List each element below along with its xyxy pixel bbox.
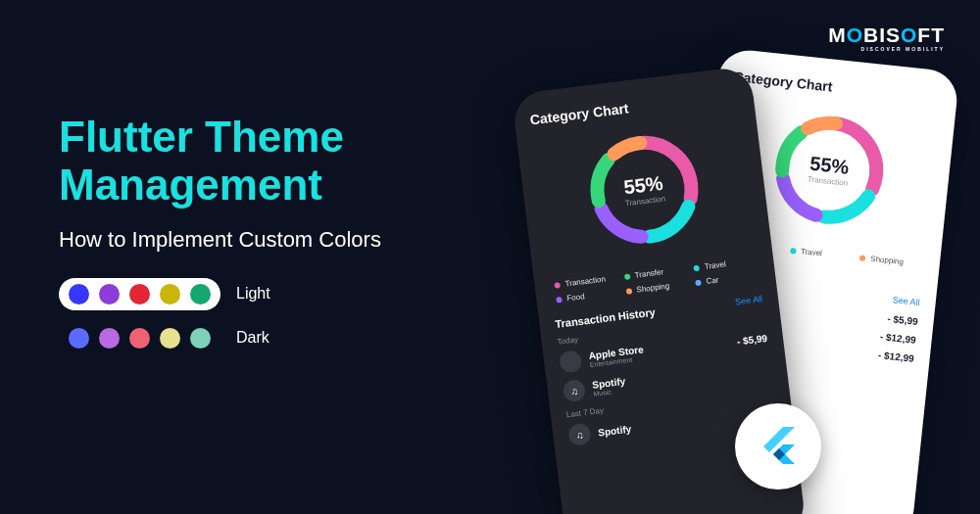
dark-palette-row: Dark (59, 322, 490, 354)
color-swatch (99, 328, 120, 349)
hero-content: Flutter Theme Management How to Implemen… (59, 113, 490, 366)
see-all-dark[interactable]: See All (735, 294, 763, 306)
legend-item: Transfer (623, 265, 680, 281)
transaction-amount: - $5,99 (736, 332, 767, 347)
brand-tagline: DISCOVER MOBILITY (828, 46, 945, 52)
color-swatch (69, 284, 89, 304)
legend-item: Shopping (859, 254, 916, 268)
legend-dot (623, 273, 630, 280)
light-palette-pill (59, 278, 220, 310)
legend-dot (859, 255, 866, 261)
legend-label: Car (706, 275, 719, 286)
legend-dot (695, 279, 702, 286)
color-swatch (99, 284, 120, 304)
color-swatch (129, 284, 150, 304)
legend-label: Shopping (636, 282, 670, 295)
legend-label: Transaction (564, 274, 606, 288)
legend-label: Travel (801, 247, 823, 257)
color-swatch (190, 328, 211, 349)
spotify-icon: ♫ (567, 423, 592, 447)
legend-label: Travel (704, 259, 726, 271)
legend-dot (694, 264, 701, 271)
spotify-icon: ♫ (563, 379, 587, 403)
donut-chart-dark: 55% Transaction (532, 114, 755, 265)
legend-item: Travel (693, 257, 750, 272)
palette-section: Light Dark (59, 278, 490, 354)
brand-logo: MOBISOFT DISCOVER MOBILITY (828, 23, 945, 52)
color-swatch (69, 328, 89, 349)
legend-dot (556, 296, 563, 303)
dark-palette-pill (59, 322, 220, 354)
legend-label: Transfer (634, 267, 663, 280)
legend-item: Shopping (625, 280, 682, 296)
color-swatch (160, 328, 180, 349)
color-swatch (190, 284, 211, 304)
legend-dot (625, 288, 632, 295)
legend-dot (554, 282, 561, 289)
legend-dot (790, 248, 797, 255)
transaction-amount: - $5,99 (887, 313, 918, 327)
flutter-icon (754, 422, 803, 471)
phone-mockups: Category Chart 55% Transaction TransferT… (539, 59, 960, 509)
legend-label: Shopping (870, 255, 905, 266)
light-palette-row: Light (59, 278, 490, 310)
see-all-light[interactable]: See All (892, 295, 920, 307)
apple-icon (559, 350, 583, 374)
dark-palette-label: Dark (236, 329, 270, 347)
legend-item: Transaction (554, 274, 611, 290)
color-swatch (129, 328, 150, 349)
hero-title: Flutter Theme Management (59, 113, 490, 210)
hero-subtitle: How to Implement Custom Colors (59, 227, 490, 253)
legend-label: Food (566, 292, 585, 303)
flutter-logo-badge (735, 403, 821, 490)
transaction-amount: - $12,99 (878, 350, 915, 364)
transaction-amount: - $12,99 (880, 331, 917, 346)
color-swatch (160, 284, 180, 304)
legend-item: Travel (790, 246, 847, 260)
legend-item: Car (695, 271, 752, 287)
transaction-name: Spotify (598, 423, 632, 438)
light-palette-label: Light (236, 285, 270, 303)
legend-item: Food (556, 289, 612, 304)
